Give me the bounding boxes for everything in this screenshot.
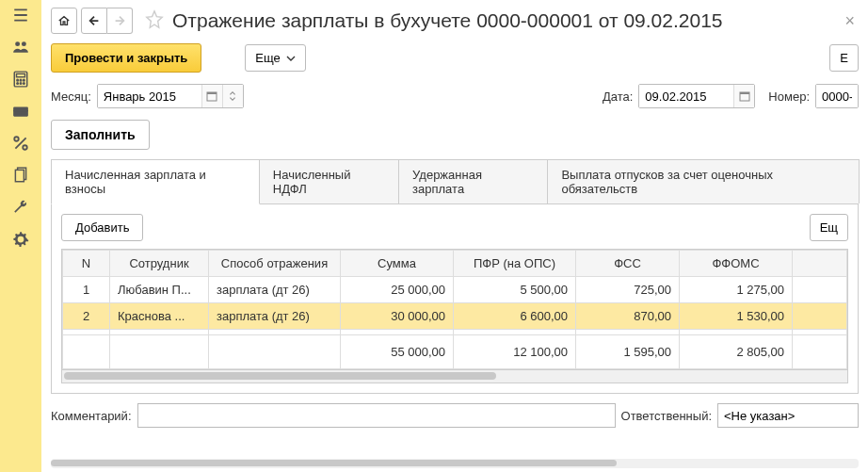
tab-salary-contrib[interactable]: Начисленная зарплата и взносы [51, 159, 260, 204]
month-field[interactable] [98, 85, 201, 107]
tab-content: Добавить Ещ N Сотрудник Способ отражения… [51, 204, 859, 394]
page-hscroll[interactable] [51, 459, 859, 468]
cell-emp: Любавин П... [110, 277, 209, 303]
wrench-icon[interactable] [11, 198, 30, 217]
total-fss: 1 595,00 [576, 335, 680, 369]
svg-point-6 [24, 79, 25, 81]
cell-sum: 30 000,00 [341, 303, 454, 330]
cell-extra [793, 277, 847, 303]
table-hscroll[interactable] [61, 370, 848, 383]
month-stepper-button[interactable] [222, 85, 243, 107]
total-sum: 55 000,00 [341, 335, 454, 369]
month-input-group [97, 84, 244, 108]
svg-point-5 [20, 79, 22, 81]
resp-label: Ответственный: [621, 409, 712, 423]
tab-vacation[interactable]: Выплата отпусков за счет оценочных обяза… [547, 159, 860, 203]
add-button[interactable]: Добавить [61, 214, 143, 241]
month-label: Месяц: [51, 90, 91, 104]
col-n[interactable]: N [63, 251, 110, 277]
more2-button[interactable]: Ещ [810, 214, 848, 241]
col-pfr[interactable]: ПФР (на ОПС) [454, 251, 576, 277]
page-title: Отражение зарплаты в бухучете 0000-00000… [172, 9, 723, 32]
cell-emp: Краснова ... [110, 303, 209, 330]
svg-rect-17 [207, 92, 217, 94]
svg-point-12 [14, 137, 19, 141]
calculator-icon[interactable] [11, 70, 30, 89]
star-icon[interactable] [144, 9, 165, 33]
table-totals-row: 55 000,00 12 100,00 1 595,00 2 805,00 [63, 335, 847, 369]
sidebar [0, 0, 41, 472]
users-icon[interactable] [11, 38, 30, 57]
menu-icon[interactable] [11, 6, 30, 24]
resp-field[interactable] [717, 403, 859, 428]
gear-icon[interactable] [11, 230, 30, 249]
comment-label: Комментарий: [51, 409, 132, 423]
svg-point-4 [17, 79, 19, 81]
comment-field[interactable] [137, 403, 616, 428]
close-icon[interactable]: × [841, 11, 859, 31]
svg-point-7 [17, 83, 19, 85]
page-hscroll-thumb[interactable] [51, 460, 617, 466]
back-button[interactable] [81, 8, 107, 34]
table-header-row: N Сотрудник Способ отражения Сумма ПФР (… [63, 251, 847, 277]
fill-button[interactable]: Заполнить [51, 120, 150, 150]
folder-icon[interactable] [11, 102, 30, 121]
svg-rect-10 [13, 107, 28, 117]
table-wrap: N Сотрудник Способ отражения Сумма ПФР (… [61, 249, 848, 370]
docs-icon[interactable] [11, 166, 30, 185]
total-ffoms: 2 805,00 [680, 335, 793, 369]
number-field[interactable] [816, 85, 858, 107]
percent-icon[interactable] [11, 134, 30, 153]
col-mode[interactable]: Способ отражения [209, 251, 341, 277]
svg-point-1 [22, 41, 26, 46]
cell-mode: зарплата (дт 26) [209, 277, 341, 303]
cell-pfr: 5 500,00 [454, 277, 576, 303]
col-emp[interactable]: Сотрудник [110, 251, 209, 277]
forward-button[interactable] [107, 8, 133, 34]
cell-sum: 25 000,00 [341, 277, 454, 303]
cell-ffoms: 1 530,00 [680, 303, 793, 330]
col-fss[interactable]: ФСС [576, 251, 680, 277]
table-row[interactable]: 1 Любавин П... зарплата (дт 26) 25 000,0… [63, 277, 847, 303]
svg-rect-19 [740, 92, 749, 94]
cell-n: 1 [63, 277, 110, 303]
footer-row: Комментарий: Ответственный: [51, 403, 859, 428]
cell-fss: 725,00 [576, 277, 680, 303]
month-picker-button[interactable] [201, 85, 222, 107]
number-label: Номер: [768, 90, 810, 104]
tabs: Начисленная зарплата и взносы Начисленны… [51, 159, 859, 204]
post-close-button[interactable]: Провести и закрыть [51, 43, 201, 73]
svg-point-9 [24, 83, 25, 85]
svg-point-0 [15, 41, 20, 46]
cell-ffoms: 1 275,00 [680, 277, 793, 303]
more-label: Еще [255, 51, 280, 65]
topbar: Отражение зарплаты в бухучете 0000-00000… [51, 8, 859, 34]
total-pfr: 12 100,00 [454, 335, 576, 369]
action-row: Провести и закрыть Еще Е [51, 43, 859, 73]
svg-rect-3 [17, 73, 25, 76]
svg-rect-11 [13, 110, 28, 111]
cell-fss: 870,00 [576, 303, 680, 330]
date-label: Дата: [603, 90, 633, 104]
more-button[interactable]: Еще [245, 44, 305, 72]
form-row: Месяц: Дата: Номер: [51, 84, 859, 108]
number-input-group [815, 84, 859, 108]
tab-ndfl[interactable]: Начисленный НДФЛ [259, 159, 399, 203]
date-picker-button[interactable] [733, 85, 754, 107]
table-row[interactable]: 2 Краснова ... зарплата (дт 26) 30 000,0… [63, 303, 847, 330]
hscroll-thumb[interactable] [64, 372, 496, 380]
svg-rect-15 [15, 170, 24, 181]
col-ffoms[interactable]: ФФОМС [680, 251, 793, 277]
tab-withheld[interactable]: Удержанная зарплата [398, 159, 548, 203]
main-content: Отражение зарплаты в бухучете 0000-00000… [41, 0, 868, 472]
cell-pfr: 6 600,00 [454, 303, 576, 330]
cell-n: 2 [63, 303, 110, 330]
date-input-group [638, 84, 755, 108]
salary-table: N Сотрудник Способ отражения Сумма ПФР (… [62, 250, 847, 369]
e-button[interactable]: Е [829, 44, 859, 72]
col-extra[interactable] [793, 251, 847, 277]
date-field[interactable] [639, 85, 733, 107]
home-button[interactable] [51, 8, 77, 34]
col-sum[interactable]: Сумма [341, 251, 454, 277]
svg-point-13 [23, 145, 27, 150]
